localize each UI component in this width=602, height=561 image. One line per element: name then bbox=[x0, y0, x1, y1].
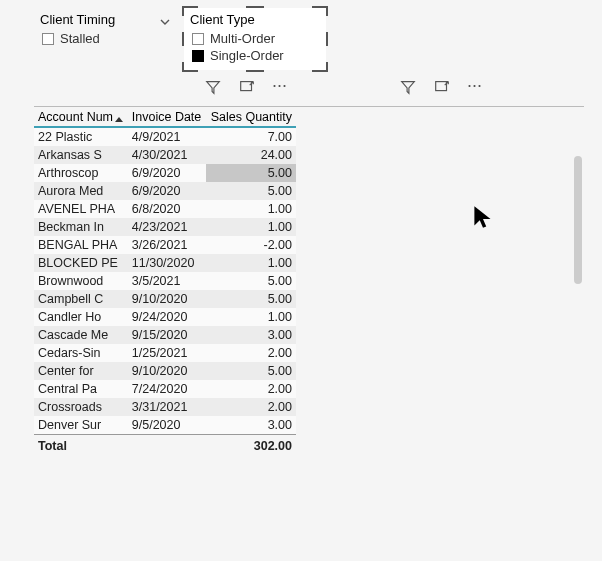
slicer-client-type[interactable]: Client Type Multi-Order Single-Order bbox=[184, 8, 326, 70]
table-row[interactable]: AVENEL PHA6/8/20201.00 bbox=[34, 200, 296, 218]
checkbox-icon[interactable] bbox=[42, 33, 54, 45]
table-row[interactable]: BLOCKED PE11/30/20201.00 bbox=[34, 254, 296, 272]
cell-date: 4/23/2021 bbox=[128, 218, 206, 236]
table-row[interactable]: Beckman In4/23/20211.00 bbox=[34, 218, 296, 236]
svg-rect-0 bbox=[241, 82, 252, 91]
cell-account: Center for bbox=[34, 362, 128, 380]
cell-qty: 7.00 bbox=[206, 127, 296, 146]
cell-account: Central Pa bbox=[34, 380, 128, 398]
slicer-item-stalled[interactable]: Stalled bbox=[40, 30, 170, 47]
cell-account: Crossroads bbox=[34, 398, 128, 416]
slicer-item-multi-order[interactable]: Multi-Order bbox=[190, 30, 320, 47]
table-row[interactable]: Cascade Me9/15/20203.00 bbox=[34, 326, 296, 344]
cell-date: 4/9/2021 bbox=[128, 127, 206, 146]
slicer-title: Client Type bbox=[190, 12, 320, 27]
cell-qty: 1.00 bbox=[206, 308, 296, 326]
table-row[interactable]: Cedars-Sin1/25/20212.00 bbox=[34, 344, 296, 362]
checkbox-icon[interactable] bbox=[192, 33, 204, 45]
slicer-header[interactable]: Client Type bbox=[190, 12, 320, 27]
table-row[interactable]: Aurora Med6/9/20205.00 bbox=[34, 182, 296, 200]
table-row[interactable]: Candler Ho9/24/20201.00 bbox=[34, 308, 296, 326]
more-options-icon[interactable]: ··· bbox=[272, 76, 287, 98]
slicer-toolbar: ··· bbox=[204, 70, 287, 100]
slicer-item-label: Multi-Order bbox=[210, 31, 275, 46]
cell-qty: 5.00 bbox=[206, 362, 296, 380]
table-row[interactable]: Arkansas S4/30/202124.00 bbox=[34, 146, 296, 164]
cell-qty: 1.00 bbox=[206, 254, 296, 272]
cell-date: 11/30/2020 bbox=[128, 254, 206, 272]
cell-qty: 24.00 bbox=[206, 146, 296, 164]
col-header-qty[interactable]: Sales Quantity bbox=[206, 107, 296, 127]
cell-account: Denver Sur bbox=[34, 416, 128, 435]
cell-date: 6/9/2020 bbox=[128, 164, 206, 182]
table-row[interactable]: Brownwood3/5/20215.00 bbox=[34, 272, 296, 290]
filter-icon[interactable] bbox=[204, 78, 222, 96]
cell-date: 9/24/2020 bbox=[128, 308, 206, 326]
total-value: 302.00 bbox=[206, 435, 296, 458]
checkbox-filled-icon[interactable] bbox=[192, 50, 204, 62]
vertical-scrollbar[interactable] bbox=[574, 156, 582, 284]
col-header-account[interactable]: Account Num bbox=[34, 107, 128, 127]
focus-mode-icon[interactable] bbox=[238, 78, 256, 96]
cell-date: 3/5/2021 bbox=[128, 272, 206, 290]
cell-qty: 5.00 bbox=[206, 182, 296, 200]
cell-date: 9/10/2020 bbox=[128, 290, 206, 308]
cell-account: AVENEL PHA bbox=[34, 200, 128, 218]
cell-account: Brownwood bbox=[34, 272, 128, 290]
cell-qty: 2.00 bbox=[206, 344, 296, 362]
cell-account: Cedars-Sin bbox=[34, 344, 128, 362]
cell-qty: 2.00 bbox=[206, 380, 296, 398]
slicer-item-label: Stalled bbox=[60, 31, 100, 46]
data-table-visual[interactable]: Account Num Invoice Date Sales Quantity … bbox=[34, 106, 584, 457]
slicer-item-single-order[interactable]: Single-Order bbox=[190, 47, 320, 64]
slicer-title: Client Timing bbox=[40, 12, 156, 27]
cell-date: 9/10/2020 bbox=[128, 362, 206, 380]
cell-qty: 5.00 bbox=[206, 164, 296, 182]
focus-mode-icon[interactable] bbox=[433, 78, 451, 96]
cell-account: Candler Ho bbox=[34, 308, 128, 326]
table-row[interactable]: Crossroads3/31/20212.00 bbox=[34, 398, 296, 416]
cell-account: 22 Plastic bbox=[34, 127, 128, 146]
table-row[interactable]: Arthroscop6/9/20205.00 bbox=[34, 164, 296, 182]
cell-qty: 3.00 bbox=[206, 416, 296, 435]
data-table: Account Num Invoice Date Sales Quantity … bbox=[34, 107, 296, 457]
table-row[interactable]: Central Pa7/24/20202.00 bbox=[34, 380, 296, 398]
cell-account: Beckman In bbox=[34, 218, 128, 236]
table-row[interactable]: Denver Sur9/5/20203.00 bbox=[34, 416, 296, 435]
table-toolbar: ··· bbox=[399, 70, 482, 100]
cell-account: Arthroscop bbox=[34, 164, 128, 182]
cell-date: 6/8/2020 bbox=[128, 200, 206, 218]
table-row[interactable]: 22 Plastic4/9/20217.00 bbox=[34, 127, 296, 146]
cell-qty: 1.00 bbox=[206, 218, 296, 236]
cell-qty: -2.00 bbox=[206, 236, 296, 254]
cell-date: 9/5/2020 bbox=[128, 416, 206, 435]
cell-date: 7/24/2020 bbox=[128, 380, 206, 398]
cell-account: Cascade Me bbox=[34, 326, 128, 344]
sort-asc-icon bbox=[115, 117, 123, 122]
cell-account: Arkansas S bbox=[34, 146, 128, 164]
filter-icon[interactable] bbox=[399, 78, 417, 96]
table-row[interactable]: Center for9/10/20205.00 bbox=[34, 362, 296, 380]
cell-qty: 2.00 bbox=[206, 398, 296, 416]
total-row: Total 302.00 bbox=[34, 435, 296, 458]
table-row[interactable]: Campbell C9/10/20205.00 bbox=[34, 290, 296, 308]
more-options-icon[interactable]: ··· bbox=[467, 76, 482, 98]
cell-qty: 5.00 bbox=[206, 272, 296, 290]
cell-qty: 1.00 bbox=[206, 200, 296, 218]
cell-qty: 5.00 bbox=[206, 290, 296, 308]
cell-date: 1/25/2021 bbox=[128, 344, 206, 362]
cell-account: Aurora Med bbox=[34, 182, 128, 200]
slicer-header[interactable]: Client Timing bbox=[40, 12, 170, 27]
cell-date: 3/26/2021 bbox=[128, 236, 206, 254]
col-header-date[interactable]: Invoice Date bbox=[128, 107, 206, 127]
cell-date: 4/30/2021 bbox=[128, 146, 206, 164]
cell-account: BLOCKED PE bbox=[34, 254, 128, 272]
cell-account: Campbell C bbox=[34, 290, 128, 308]
cell-date: 9/15/2020 bbox=[128, 326, 206, 344]
chevron-down-icon[interactable] bbox=[160, 15, 170, 25]
cell-account: BENGAL PHA bbox=[34, 236, 128, 254]
slicer-client-timing[interactable]: Client Timing Stalled bbox=[34, 8, 176, 70]
table-row[interactable]: BENGAL PHA3/26/2021-2.00 bbox=[34, 236, 296, 254]
total-label: Total bbox=[34, 435, 128, 458]
cell-date: 3/31/2021 bbox=[128, 398, 206, 416]
